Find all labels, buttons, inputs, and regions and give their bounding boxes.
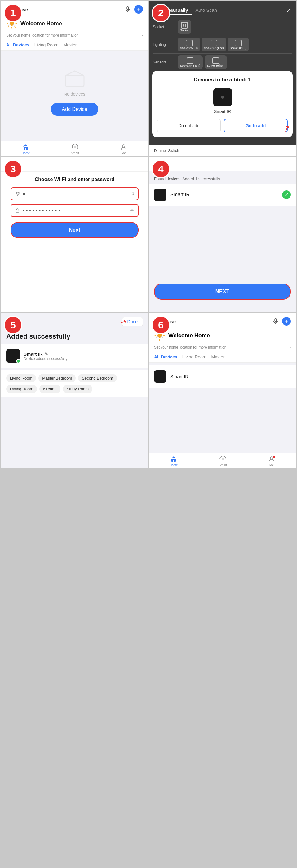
p6-nav-home-label: Home bbox=[169, 463, 178, 467]
smart-ir-preview-icon bbox=[213, 88, 232, 106]
p6-add-button[interactable]: + bbox=[282, 317, 291, 326]
p6-tab-master[interactable]: Master bbox=[211, 354, 225, 363]
tab-master[interactable]: Master bbox=[63, 42, 77, 51]
room-dining-room[interactable]: Dining Room bbox=[6, 385, 37, 393]
no-devices-label: No devices bbox=[64, 92, 85, 97]
welcome-title: Welcome Home bbox=[21, 21, 62, 27]
nav-smart[interactable]: Smart bbox=[71, 143, 79, 155]
next-button[interactable]: NEXT bbox=[154, 284, 291, 300]
device-name: Smart IR bbox=[170, 192, 278, 197]
device-socket[interactable]: Socket bbox=[178, 20, 191, 34]
password-field[interactable]: •••••••••••• bbox=[22, 208, 128, 213]
p6-tabs: All Devices Living Room Master ... bbox=[149, 352, 296, 363]
svg-point-15 bbox=[17, 195, 18, 196]
success-title: Added successfully bbox=[1, 330, 148, 344]
p6-set-location-text: Set your home location for more informat… bbox=[154, 345, 226, 349]
svg-point-14 bbox=[123, 145, 125, 147]
p6-device-name: Smart IR bbox=[170, 374, 188, 379]
device-socket-nb[interactable]: Socket (NB-IoT) bbox=[178, 55, 203, 69]
home-icon bbox=[22, 143, 29, 151]
svg-point-25 bbox=[272, 456, 275, 458]
panel-step-6: 6 my house + bbox=[149, 313, 296, 468]
room-study-room[interactable]: Study Room bbox=[63, 385, 93, 393]
device-socket-other[interactable]: Socket (other) bbox=[205, 55, 227, 69]
smart-ir-row[interactable]: Smart IR bbox=[149, 365, 296, 388]
p1-header: my house + bbox=[1, 1, 148, 40]
step-5-badge: 5 bbox=[4, 316, 22, 334]
p6-nav-smart[interactable]: Smart bbox=[219, 455, 227, 467]
password-input[interactable]: •••••••••••• 👁 bbox=[10, 204, 139, 217]
device-name: Smart IR bbox=[24, 351, 43, 356]
socket-zigbee-label: Socket (Zigbee) bbox=[204, 46, 224, 50]
p6-tab-more[interactable]: ... bbox=[286, 354, 291, 363]
device-socket-wifi[interactable]: Socket (Wi-Fi) bbox=[178, 38, 200, 52]
wifi-setup-title: Choose Wi-Fi and enter password bbox=[1, 172, 148, 187]
panel-step-2: 2 Add Manually Auto Scan ⤢ Socket bbox=[149, 1, 296, 156]
empty-state: No devices Add Device bbox=[1, 51, 148, 122]
p6-welcome-title: Welcome Home bbox=[168, 333, 210, 339]
step-2-badge: 2 bbox=[152, 4, 170, 22]
tab-more[interactable]: ... bbox=[138, 42, 143, 51]
profile-icon bbox=[120, 143, 128, 151]
p6-nav-smart-label: Smart bbox=[219, 463, 227, 467]
p6-tab-living-room[interactable]: Living Room bbox=[182, 354, 207, 363]
edit-icon[interactable]: ✎ bbox=[45, 352, 48, 356]
add-button[interactable]: + bbox=[134, 5, 143, 13]
svg-rect-17 bbox=[275, 318, 276, 322]
device-socket-ble[interactable]: Socket (BLE) bbox=[227, 38, 249, 52]
tab-living-room[interactable]: Living Room bbox=[34, 42, 59, 51]
next-button[interactable]: Next bbox=[10, 222, 139, 238]
room-second-bedroom[interactable]: Second Bedroom bbox=[78, 374, 116, 382]
mic-icon[interactable] bbox=[124, 6, 131, 13]
p6-nav-home[interactable]: Home bbox=[169, 455, 178, 467]
socket-other-label: Socket (other) bbox=[207, 64, 225, 67]
device-row: Smart IR ✓ bbox=[149, 184, 296, 206]
nav-home[interactable]: Home bbox=[22, 143, 30, 155]
p6-set-location-arrow[interactable]: › bbox=[290, 345, 291, 349]
room-living-room[interactable]: Living Room bbox=[6, 374, 36, 382]
step-1-badge: 1 bbox=[4, 4, 22, 22]
go-to-add-button[interactable]: Go to add bbox=[224, 119, 288, 132]
set-location-arrow[interactable]: › bbox=[142, 33, 143, 37]
expand-icon[interactable]: ⤢ bbox=[286, 7, 291, 14]
p6-smart-icon bbox=[219, 455, 226, 463]
online-indicator bbox=[16, 359, 21, 364]
show-password-icon[interactable]: 👁 bbox=[130, 208, 134, 213]
category-socket: Socket bbox=[153, 25, 178, 29]
room-master-bedroom[interactable]: Master Bedroom bbox=[38, 374, 76, 382]
success-check: ✓ bbox=[282, 190, 291, 199]
p6-profile-icon bbox=[268, 455, 275, 463]
svg-rect-0 bbox=[127, 6, 129, 9]
p4-topbar: ✕ bbox=[149, 157, 296, 172]
wifi-toggle[interactable]: ⇅ bbox=[131, 192, 134, 196]
do-not-add-button[interactable]: Do not add bbox=[157, 119, 221, 132]
device-list: Smart IR bbox=[149, 363, 296, 390]
wifi-name-input[interactable]: ■ ⇅ bbox=[10, 187, 139, 200]
tab-all-devices[interactable]: All Devices bbox=[6, 42, 29, 51]
room-kitchen[interactable]: Kitchen bbox=[39, 385, 60, 393]
p6-tab-all-devices[interactable]: All Devices bbox=[154, 354, 177, 363]
modal-title: Devices to be added: 1 bbox=[157, 77, 288, 83]
device-icon bbox=[154, 188, 166, 201]
set-location-text: Set your home location for more informat… bbox=[6, 33, 78, 37]
nav-smart-label: Smart bbox=[71, 151, 79, 155]
nav-me-label: Me bbox=[122, 151, 126, 155]
device-socket-zigbee[interactable]: Socket (Zigbee) bbox=[201, 38, 226, 52]
nav-me[interactable]: Me bbox=[120, 143, 128, 155]
success-message: Found devices. Added 1 successfully. bbox=[149, 172, 296, 184]
lock-icon bbox=[15, 208, 20, 213]
auto-scan-tab[interactable]: Auto Scan bbox=[192, 6, 221, 14]
dimmer-switch-bar: Dimmer Switch bbox=[149, 146, 296, 156]
panel-step-3: 3 Cancel Choose Wi-Fi and enter password… bbox=[1, 157, 148, 312]
device-card: Smart IR ✎ Device added successfully bbox=[1, 344, 148, 368]
p6-mic-icon[interactable] bbox=[272, 318, 279, 325]
svg-point-23 bbox=[222, 458, 224, 460]
p1-tabs: All Devices Living Room Master ... bbox=[1, 40, 148, 51]
smart-icon bbox=[71, 143, 79, 151]
add-device-button[interactable]: Add Device bbox=[51, 103, 99, 116]
p6-bottom-nav: Home Smart Me bbox=[149, 453, 296, 468]
svg-point-13 bbox=[74, 146, 76, 148]
panel-step-1: 1 my house + bbox=[1, 1, 148, 156]
svg-line-7 bbox=[15, 26, 16, 28]
p6-nav-me[interactable]: Me bbox=[268, 455, 275, 467]
